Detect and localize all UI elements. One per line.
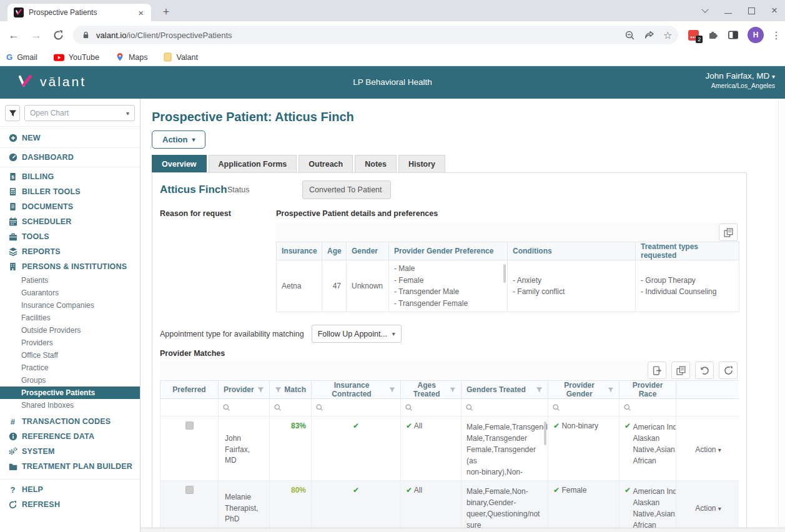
sidebar-item-prospective-patients[interactable]: Prospective Patients — [0, 387, 140, 399]
share-icon[interactable] — [644, 30, 654, 41]
col-age[interactable]: Age — [322, 242, 347, 260]
sidebar-item-transaction-codes[interactable]: # TRANSACTION CODES — [0, 414, 140, 429]
profile-avatar[interactable]: H — [748, 27, 764, 43]
zoom-icon[interactable] — [625, 30, 635, 41]
ages-treated-cell: ✔ All — [401, 416, 462, 481]
sidebar-item-billing[interactable]: $ BILLING — [0, 169, 140, 184]
filter-provider[interactable] — [219, 399, 270, 416]
check-icon: ✔ — [625, 486, 631, 495]
appointment-type-select[interactable]: Follow Up Appoint... ▾ — [312, 325, 402, 343]
tab-outreach[interactable]: Outreach — [299, 155, 353, 172]
sidebar-item-office-staff[interactable]: Office Staff — [0, 349, 140, 362]
sidebar-item-refresh[interactable]: REFRESH — [0, 497, 140, 512]
filter-provider-gender[interactable] — [548, 399, 620, 416]
tab-application-forms[interactable]: Application Forms — [209, 155, 297, 172]
column-chooser-button[interactable] — [719, 224, 738, 241]
sidebar-item-outside-providers[interactable]: Outside Providers — [0, 324, 140, 337]
col-insurance-contracted[interactable]: Insurance Contracted — [312, 381, 401, 399]
extensions-puzzle-icon[interactable] — [708, 29, 719, 41]
export-button[interactable] — [648, 362, 666, 379]
treatment-types-value: - Group Therapy - Individual Counseling — [636, 260, 739, 312]
col-genders-treated[interactable]: Genders Treated — [462, 381, 548, 399]
col-provider-race[interactable]: Provider Race — [620, 381, 676, 399]
tab-notes[interactable]: Notes — [355, 155, 397, 172]
sidebar-item-groups[interactable]: Groups — [0, 374, 140, 387]
sidebar-item-biller-tools[interactable]: BILLER TOOLS — [0, 184, 140, 199]
sidebar-item-insurance-companies[interactable]: Insurance Companies — [0, 299, 140, 312]
browser-menu-icon[interactable]: ⋮ — [771, 29, 781, 41]
col-gender[interactable]: Gender — [347, 242, 389, 260]
filter-ages-treated[interactable] — [401, 399, 462, 416]
minimize-button[interactable] — [724, 13, 732, 14]
filter-genders-treated[interactable] — [462, 399, 548, 416]
col-treatment-types[interactable]: Treatment types requested — [636, 242, 739, 260]
user-menu[interactable]: John Fairfax, MD ▾ America/Los_Angeles — [705, 71, 775, 89]
bookmark-youtube[interactable]: YouTube — [54, 53, 99, 62]
col-provider-gender-preference[interactable]: Provider Gender Preference — [389, 242, 508, 260]
sidebar-item-documents[interactable]: DOCUMENTS — [0, 199, 140, 214]
cell-scrollbar[interactable] — [503, 264, 506, 283]
bookmark-valant[interactable]: Valant — [164, 52, 198, 62]
status-input[interactable] — [302, 180, 391, 199]
horizontal-scrollbar[interactable] — [141, 528, 785, 532]
col-provider-gender[interactable]: Provider Gender — [548, 381, 620, 399]
filter-match[interactable] — [270, 399, 312, 416]
lock-icon[interactable] — [82, 31, 90, 39]
close-window-button[interactable]: × — [771, 6, 780, 15]
filter-row — [160, 399, 739, 416]
sidebar-item-new[interactable]: NEW — [0, 131, 140, 145]
filter-provider-race[interactable] — [620, 399, 676, 416]
tab-close-icon[interactable]: × — [136, 8, 146, 17]
sidebar-item-reference-data[interactable]: REFERENCE DATA — [0, 429, 140, 444]
maximize-button[interactable] — [748, 7, 755, 14]
sidebar-item-persons-institutions[interactable]: PERSONS & INSTITUTIONS — [0, 259, 140, 274]
back-button[interactable]: ← — [5, 29, 22, 42]
vertical-scrollbar[interactable] — [778, 99, 785, 528]
sidebar-item-help[interactable]: ? HELP — [0, 482, 140, 497]
column-chooser-button[interactable] — [671, 362, 690, 379]
filter-insurance-contracted[interactable] — [312, 399, 401, 416]
row-action-button[interactable]: Action ▾ — [676, 416, 739, 481]
col-insurance[interactable]: Insurance — [277, 242, 322, 260]
col-conditions[interactable]: Conditions — [508, 242, 636, 260]
open-chart-select[interactable]: Open Chart ▾ — [24, 105, 135, 121]
side-panel-icon[interactable] — [728, 29, 739, 41]
bookmark-gmail[interactable]: G Gmail — [6, 52, 37, 62]
sidebar-item-dashboard[interactable]: DASHBOARD — [0, 150, 140, 165]
chevron-down-icon[interactable] — [701, 6, 708, 12]
action-button[interactable]: Action ▾ — [152, 131, 205, 149]
sidebar-item-scheduler[interactable]: SCHEDULER — [0, 214, 140, 229]
bookmark-star-icon[interactable]: ☆ — [663, 29, 672, 41]
forward-button[interactable]: → — [27, 29, 45, 42]
reload-button[interactable] — [49, 30, 67, 41]
preferred-checkbox[interactable] — [185, 421, 194, 430]
tab-history[interactable]: History — [398, 155, 445, 172]
new-tab-button[interactable]: + — [159, 5, 174, 20]
sidebar-item-reports[interactable]: REPORTS — [0, 244, 140, 259]
sidebar-item-practice[interactable]: Practice — [0, 362, 140, 374]
cell-scrollbar[interactable] — [544, 421, 546, 445]
extension-button[interactable]: 2 — [688, 30, 699, 41]
undo-button[interactable] — [695, 362, 714, 379]
sidebar-item-treatment-plan-builder[interactable]: TREATMENT PLAN BUILDER — [0, 459, 140, 474]
sidebar-item-guarantors[interactable]: Guarantors — [0, 287, 140, 299]
filter-button[interactable] — [5, 105, 20, 121]
sidebar-item-system[interactable]: SYSTEM — [0, 444, 140, 459]
col-match[interactable]: Match — [270, 381, 312, 399]
sidebar-item-shared-inboxes[interactable]: Shared Inboxes — [0, 399, 140, 411]
refresh-grid-button[interactable] — [719, 362, 738, 379]
col-provider[interactable]: Provider — [219, 381, 270, 399]
address-bar[interactable]: valant.io/io/Client/ProspectivePatients … — [73, 26, 678, 44]
row-action-button[interactable]: Action ▾ — [676, 481, 739, 532]
col-ages-treated[interactable]: Ages Treated — [401, 381, 462, 399]
sidebar-item-providers[interactable]: Providers — [0, 337, 140, 349]
tab-overview[interactable]: Overview — [152, 155, 207, 172]
tab-favicon — [14, 7, 24, 17]
col-preferred[interactable]: Preferred — [160, 381, 219, 399]
preferred-checkbox[interactable] — [185, 486, 194, 494]
sidebar-item-facilities[interactable]: Facilities — [0, 312, 140, 324]
sidebar-item-tools[interactable]: TOOLS — [0, 229, 140, 244]
browser-tab[interactable]: Prospective Patients × — [7, 4, 151, 21]
bookmark-maps[interactable]: Maps — [116, 52, 148, 62]
sidebar-item-patients[interactable]: Patients — [0, 274, 140, 287]
